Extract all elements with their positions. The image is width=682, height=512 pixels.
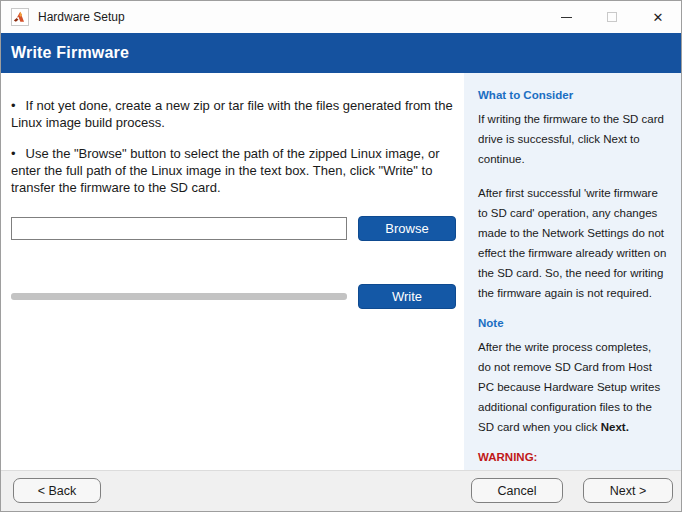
instruction-item: If not yet done, create a new zip or tar… xyxy=(11,97,455,131)
page-header: Write Firmware xyxy=(1,33,681,73)
close-icon: ✕ xyxy=(653,11,664,24)
minimize-button[interactable] xyxy=(543,1,589,33)
maximize-button[interactable] xyxy=(589,1,635,33)
help-sidebar: What to Consider If writing the firmware… xyxy=(464,73,681,470)
bullet-icon xyxy=(11,146,16,161)
main-panel: If not yet done, create a new zip or tar… xyxy=(1,73,464,470)
instruction-text: If not yet done, create a new zip or tar… xyxy=(11,98,453,130)
close-button[interactable]: ✕ xyxy=(635,1,681,33)
note-heading: Note xyxy=(478,317,667,329)
bullet-icon xyxy=(11,98,16,113)
write-progress-bar xyxy=(11,293,347,300)
content-area: If not yet done, create a new zip or tar… xyxy=(1,73,681,470)
instruction-item: Use the "Browse" button to select the pa… xyxy=(11,145,455,196)
consider-heading: What to Consider xyxy=(478,89,667,101)
matlab-logo-icon xyxy=(11,8,29,26)
consider-paragraph-1: If writing the firmware to the SD card d… xyxy=(478,109,667,169)
cancel-button[interactable]: Cancel xyxy=(471,478,563,503)
consider-paragraph-2: After first successful 'write firmware t… xyxy=(478,183,667,303)
back-button[interactable]: < Back xyxy=(13,478,101,503)
next-button[interactable]: Next > xyxy=(583,478,673,503)
window-controls: ✕ xyxy=(543,1,681,33)
note-text: After the write process completes, do no… xyxy=(478,341,660,433)
note-paragraph: After the write process completes, do no… xyxy=(478,337,667,437)
instruction-text: Use the "Browse" button to select the pa… xyxy=(11,146,439,195)
page-title: Write Firmware xyxy=(11,44,129,62)
maximize-icon xyxy=(607,12,617,22)
minimize-icon xyxy=(561,17,572,18)
window-title: Hardware Setup xyxy=(38,10,125,24)
warning-heading: WARNING: xyxy=(478,451,667,463)
footer-bar: < Back Cancel Next > xyxy=(1,470,681,511)
titlebar: Hardware Setup ✕ xyxy=(1,1,681,33)
write-button[interactable]: Write xyxy=(358,284,456,309)
hardware-setup-window: Hardware Setup ✕ Write Firmware If not y… xyxy=(0,0,682,512)
browse-button[interactable]: Browse xyxy=(358,216,456,241)
firmware-path-input[interactable] xyxy=(11,217,347,240)
instructions-list: If not yet done, create a new zip or tar… xyxy=(11,97,455,210)
note-bold-text: Next. xyxy=(601,421,629,433)
